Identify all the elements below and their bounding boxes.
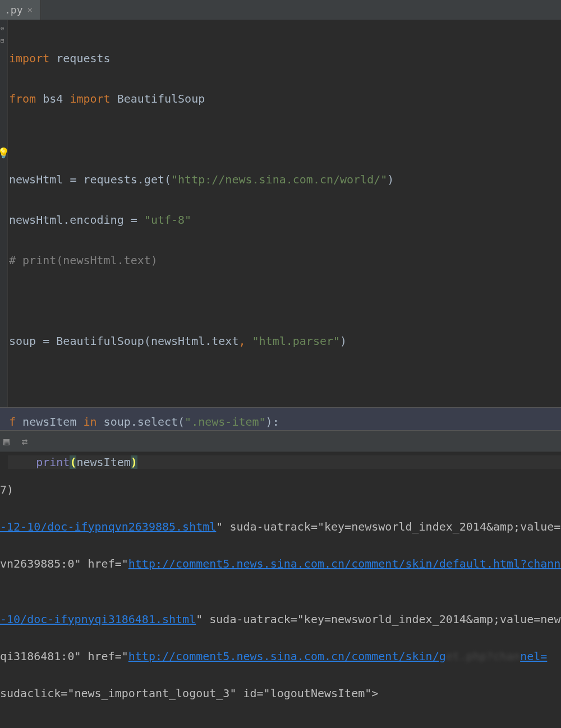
string: "html.parser" — [252, 334, 341, 348]
string: "utf-8" — [137, 213, 191, 227]
comma: , — [238, 334, 252, 348]
editor-area: ⊖ ⊟ 💡 import requests from bs4 import Be… — [0, 20, 561, 407]
paren: ( — [144, 334, 151, 348]
paren: ( — [178, 415, 185, 428]
ident: newsHtml.encoding — [9, 213, 131, 227]
output-link[interactable]: nel= — [520, 649, 547, 663]
paren-highlight: ) — [131, 455, 137, 469]
output-text: " suda-uatrack="key=newsworld_index_2014… — [196, 612, 561, 626]
paren: ( — [164, 173, 171, 186]
file-tab[interactable]: .py × — [0, 0, 41, 20]
output-text: vn2639885:0" href=" — [0, 557, 128, 570]
builtin: print — [36, 455, 70, 469]
close-icon[interactable]: × — [27, 4, 33, 15]
paren-highlight: ( — [70, 455, 76, 469]
output-link[interactable]: -12-10/doc-ifypnqvn2639885.shtml — [0, 520, 216, 533]
string: "http://news.sina.com.cn/world/" — [171, 173, 387, 186]
output-link[interactable]: http://comment5.news.sina.com.cn/comment… — [128, 649, 446, 663]
ident: requests — [76, 173, 137, 186]
paren: ) — [387, 173, 394, 186]
ident: BeautifulSoup — [111, 92, 205, 105]
output-text: " suda-uatrack="key=newsworld_index_2014… — [216, 520, 561, 533]
colon: : — [273, 415, 279, 428]
ident: soup.select — [97, 415, 178, 428]
op: = — [131, 213, 137, 227]
tab-bar: .py × — [0, 0, 561, 20]
ident: newsHtml.text — [151, 334, 239, 348]
tab-label: .py — [4, 4, 23, 16]
gutter: ⊖ ⊟ 💡 — [0, 20, 8, 407]
keyword: from — [9, 92, 36, 105]
keyword: import — [9, 52, 49, 65]
ident: soup — [9, 334, 43, 348]
fold-arrow-icon[interactable]: ⊖ — [1, 25, 4, 32]
output-text: sudaclick="news_important_logout_3" id="… — [0, 686, 378, 700]
output-link[interactable]: -10/doc-ifypnyqi3186481.shtml — [0, 612, 196, 626]
ident: newsItem — [76, 455, 130, 469]
string: ".news-item" — [185, 415, 266, 428]
ident: newsHtml — [9, 173, 70, 186]
ident: newsItem — [16, 415, 83, 428]
paren: ) — [266, 415, 273, 428]
keyword: f — [9, 415, 16, 428]
comment: # print(newsHtml.text) — [9, 254, 158, 267]
output-link[interactable]: http://comment5.news.sina.com.cn/comment… — [128, 557, 561, 570]
op: = — [43, 334, 49, 348]
code-editor[interactable]: import requests from bs4 import Beautifu… — [8, 20, 561, 407]
ident: requests — [49, 52, 110, 65]
blurred-text: et.php?chan — [446, 649, 520, 663]
ident: bs4 — [36, 92, 70, 105]
output-text: qi3186481:0" href=" — [0, 649, 128, 663]
indent — [9, 455, 36, 469]
paren: ) — [340, 334, 347, 348]
keyword: import — [70, 92, 110, 105]
op: = — [70, 173, 76, 186]
ident: BeautifulSoup — [49, 334, 144, 348]
fold-arrow-icon[interactable]: ⊟ — [1, 37, 4, 44]
ident: .get — [137, 173, 164, 186]
keyword: in — [83, 415, 96, 428]
